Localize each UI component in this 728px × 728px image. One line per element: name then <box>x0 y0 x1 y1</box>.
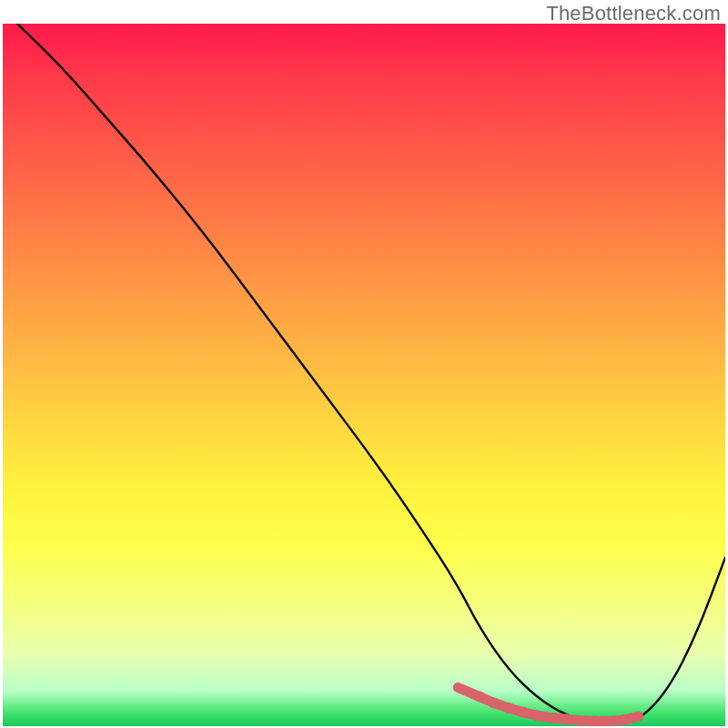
plot-gradient-background <box>3 24 725 726</box>
chart-stage: TheBottleneck.com <box>0 0 728 728</box>
watermark-label: TheBottleneck.com <box>546 2 721 25</box>
